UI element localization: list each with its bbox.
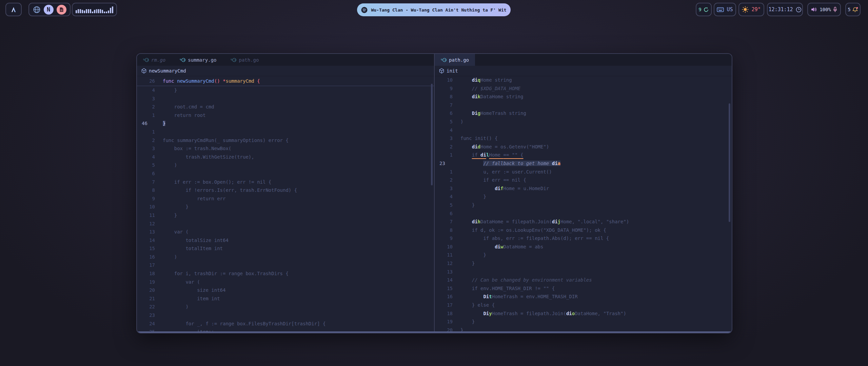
desktop: { "colors":{ "accent_blue":"#7aa2f7","ac… bbox=[0, 0, 868, 366]
line-number: 20 bbox=[435, 326, 453, 331]
code-text: if dilHome == "" { bbox=[453, 151, 523, 159]
visualizer-bar bbox=[96, 9, 97, 13]
now-playing-widget[interactable]: Wu-Tang Clan - Wu-Tang Clan Ain't Nuthin… bbox=[357, 3, 511, 16]
line-number: 1 bbox=[435, 151, 453, 159]
code-line: 2 if err == nil { bbox=[435, 176, 732, 184]
line-number: 10 bbox=[435, 76, 453, 84]
dock-app-neovim[interactable]: N bbox=[44, 5, 54, 15]
line-number: 26 bbox=[137, 76, 155, 86]
code-line: 19 } bbox=[435, 318, 732, 326]
bell-icon bbox=[852, 7, 858, 13]
notifications-widget[interactable]: 5 bbox=[845, 3, 861, 16]
line-number: 17 bbox=[435, 301, 453, 309]
visualizer-bar bbox=[76, 10, 77, 13]
code-line: 7 if err := box.Open(); err != nil { bbox=[137, 178, 434, 186]
visualizer-bar bbox=[102, 10, 103, 13]
line-number: 4 bbox=[137, 153, 155, 161]
scrollbar-thumb[interactable] bbox=[729, 103, 730, 222]
code-text: if abs, err := filepath.Abs(d); err == n… bbox=[453, 234, 609, 243]
notification-count: 5 bbox=[848, 7, 850, 12]
launcher-button[interactable] bbox=[5, 3, 22, 16]
code-text: if err := box.Open(); err != nil { bbox=[155, 178, 271, 186]
code-line: 3 bbox=[137, 95, 434, 103]
visualizer-bar bbox=[86, 9, 87, 13]
code-text: var ( bbox=[155, 228, 189, 236]
tab-path-go[interactable]: path.go bbox=[435, 54, 475, 66]
code-line: 5) bbox=[435, 118, 732, 126]
updates-widget[interactable]: 9 bbox=[696, 3, 712, 16]
line-number: 23 bbox=[435, 159, 453, 168]
code-area[interactable]: 4 }32 root.cmd = cmd1 return root46}12fu… bbox=[137, 86, 434, 331]
line-number: 7 bbox=[435, 101, 453, 109]
code-line: 10 } bbox=[137, 203, 434, 211]
clock-time: 12:31:12 bbox=[768, 6, 793, 13]
code-line: 20 size int64 bbox=[137, 286, 434, 294]
visualizer-bar bbox=[112, 6, 113, 13]
line-number: 10 bbox=[435, 243, 453, 251]
visualizer-bar bbox=[90, 9, 91, 13]
code-line: 22 ) bbox=[137, 303, 434, 311]
code-text: dikDataHome string bbox=[453, 93, 523, 101]
left-pane[interactable]: rm.go summary.go path.go newSummaryCmd 2… bbox=[137, 54, 434, 331]
line-number: 13 bbox=[137, 228, 155, 236]
code-text: DitHomeTrash = env.HOME_TRASH_DIR bbox=[453, 292, 578, 301]
line-number: 20 bbox=[137, 286, 155, 294]
code-text: root.cmd = cmd bbox=[155, 103, 214, 111]
tab-path-go[interactable]: path.go bbox=[228, 54, 261, 66]
code-line: 16 DitHomeTrash = env.HOME_TRASH_DIR bbox=[435, 292, 732, 301]
code-line: 1 return root bbox=[137, 111, 434, 120]
editor-window: rm.go summary.go path.go newSummaryCmd 2… bbox=[136, 53, 732, 333]
code-text: for _, f := range box.FilesByTrashDir[tr… bbox=[155, 320, 326, 328]
clock-widget[interactable]: 12:31:12 bbox=[767, 3, 803, 16]
volume-widget[interactable]: 100% bbox=[807, 3, 841, 16]
line-number: 10 bbox=[137, 203, 155, 211]
code-line: 1 if dilHome == "" { bbox=[435, 151, 732, 159]
code-line: 5 } bbox=[435, 201, 732, 209]
right-pane[interactable]: path.go init 10 diqHome string9 // $XDG_… bbox=[435, 54, 732, 331]
breadcrumb-label: newSummaryCmd bbox=[149, 68, 186, 74]
line-number: 11 bbox=[137, 211, 155, 220]
line-number: 15 bbox=[435, 284, 453, 293]
code-text: } bbox=[155, 203, 189, 211]
go-icon bbox=[180, 58, 185, 62]
visualizer-bar bbox=[88, 9, 89, 13]
code-text bbox=[155, 128, 163, 136]
dock-app-documents[interactable] bbox=[57, 5, 66, 15]
visualizer-bar bbox=[98, 9, 99, 13]
code-text: DigHomeTrash string bbox=[453, 109, 526, 118]
code-line: 2func summaryCmdRun(_ summaryOptions) er… bbox=[137, 136, 434, 145]
line-number: 19 bbox=[137, 278, 155, 286]
tab-summary-go[interactable]: summary.go bbox=[177, 54, 219, 66]
code-line: 11 } bbox=[137, 211, 434, 220]
weather-widget[interactable]: 29° bbox=[738, 3, 764, 16]
context-line: 26 func newSummaryCmd() *summaryCmd { bbox=[137, 76, 434, 86]
line-number: 6 bbox=[435, 209, 453, 218]
code-text: size int64 bbox=[155, 286, 225, 294]
code-text bbox=[155, 220, 163, 228]
code-text: return err bbox=[155, 195, 225, 203]
code-line: 12 bbox=[137, 220, 434, 228]
code-line: 4 } bbox=[435, 192, 732, 201]
line-number: 9 bbox=[435, 84, 453, 93]
scrollbar-thumb[interactable] bbox=[431, 84, 433, 185]
code-line: 20} bbox=[435, 326, 732, 331]
line-number: 2 bbox=[435, 176, 453, 184]
line-number: 5 bbox=[137, 161, 155, 169]
code-line: 4 trash.WithGetSize(true), bbox=[137, 153, 434, 161]
code-text: var ( bbox=[155, 278, 200, 286]
code-line: 7 dihDataHome = filepath.Join(dijHome, "… bbox=[435, 218, 732, 226]
code-text: // Can be changed by environment variabl… bbox=[453, 276, 592, 284]
line-number: 8 bbox=[435, 93, 453, 101]
code-text: // fallback to get home dia bbox=[453, 159, 560, 168]
code-text bbox=[155, 261, 163, 269]
code-area[interactable]: 10 diqHome string9 // $XDG_DATA_HOME8 di… bbox=[435, 76, 732, 331]
tab-rm-go[interactable]: rm.go bbox=[140, 54, 168, 66]
breadcrumb-label: init bbox=[447, 68, 458, 74]
code-line: 24 for _, f := range box.FilesByTrashDir… bbox=[137, 320, 434, 328]
dock-app-browser[interactable] bbox=[33, 6, 41, 14]
code-line: 10 diwDataHome = abs bbox=[435, 243, 732, 251]
line-number: 18 bbox=[137, 269, 155, 278]
visualizer-bar bbox=[78, 9, 79, 13]
keyboard-layout-widget[interactable]: US bbox=[714, 3, 736, 16]
tab-bar: path.go bbox=[435, 54, 732, 66]
